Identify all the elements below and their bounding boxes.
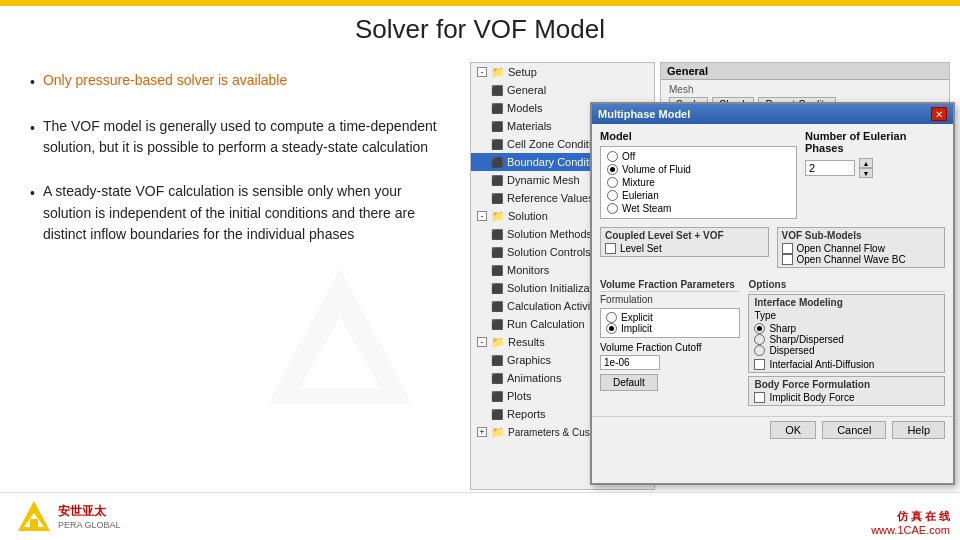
model-radio-group: Off Volume of Fluid Mixture Euleria (600, 146, 797, 219)
dialog-title: Multiphase Model (598, 108, 690, 120)
watermark-logo (260, 260, 420, 420)
tree-item-setup[interactable]: - 📁 Setup (471, 63, 654, 81)
radio-mixture[interactable]: Mixture (607, 177, 790, 188)
item-icon-run-calc: ⬛ (489, 316, 505, 332)
tree-label-sol-methods: Solution Methods (507, 228, 592, 240)
general-panel-title: General (661, 63, 949, 80)
implicit-body-force-label: Implicit Body Force (769, 392, 854, 403)
phases-input[interactable] (805, 160, 855, 176)
tree-label-run-calc: Run Calculation (507, 318, 585, 330)
tree-expander-parameters[interactable]: + (477, 427, 487, 437)
spin-up-button[interactable]: ▲ (859, 158, 873, 168)
vf-params-col: Volume Fraction Parameters Formulation E… (600, 279, 740, 410)
folder-icon-results: 📁 (490, 334, 506, 350)
ok-button[interactable]: OK (770, 421, 816, 439)
coupled-section-box: Coupled Level Set + VOF Level Set (600, 227, 769, 257)
phases-column: Number of Eulerian Phases ▲ ▼ (805, 130, 945, 219)
radio-label-wet-steam: Wet Steam (622, 203, 671, 214)
vf-cutoff-box: Volume Fraction Cutoff (600, 342, 740, 370)
logo-text-container: 安世亚太 PERA GLOBAL (58, 503, 121, 530)
radio-vof[interactable]: Volume of Fluid (607, 164, 790, 175)
svg-rect-4 (30, 519, 38, 527)
radio-label-mixture: Mixture (622, 177, 655, 188)
anti-diffusion-item[interactable]: Interfacial Anti-Diffusion (754, 359, 939, 370)
open-channel-wave-checkbox[interactable] (782, 254, 793, 265)
multiphase-dialog: Multiphase Model ✕ Model Off Volume of F… (590, 102, 955, 485)
tree-item-general[interactable]: ⬛ General (471, 81, 654, 99)
watermark-line2: www.1CAE.com (871, 524, 950, 536)
dialog-close-button[interactable]: ✕ (931, 107, 947, 121)
spin-down-button[interactable]: ▼ (859, 168, 873, 178)
tree-expander-results[interactable]: - (477, 337, 487, 347)
level-set-checkbox[interactable] (605, 243, 616, 254)
item-icon-sol-methods: ⬛ (489, 226, 505, 242)
radio-dot-vof (607, 164, 618, 175)
radio-label-implicit: Implicit (621, 323, 652, 334)
bullet-marker-2: • (30, 118, 35, 140)
folder-icon-solution: 📁 (490, 208, 506, 224)
item-icon-reports: ⬛ (489, 406, 505, 422)
model-column: Model Off Volume of Fluid Mixture (600, 130, 797, 219)
dialog-middle-row: Coupled Level Set + VOF Level Set VOF Su… (600, 227, 945, 271)
coupled-title: Coupled Level Set + VOF (605, 230, 764, 241)
phases-box: ▲ ▼ (805, 158, 945, 178)
body-force-box: Body Force Formulation Implicit Body For… (748, 376, 945, 406)
logo-sub: PERA GLOBAL (58, 520, 121, 530)
implicit-body-force-checkbox[interactable] (754, 392, 765, 403)
radio-label-dispersed: Dispersed (769, 345, 814, 356)
tree-label-ref-values: Reference Values (507, 192, 594, 204)
phases-col-label: Number of Eulerian Phases (805, 130, 945, 154)
bullet-text-3: A steady-state VOF calculation is sensib… (43, 181, 450, 246)
open-channel-wave-item[interactable]: Open Channel Wave BC (782, 254, 941, 265)
radio-sharp[interactable]: Sharp (754, 323, 939, 334)
dialog-lower-row: Volume Fraction Parameters Formulation E… (600, 279, 945, 410)
default-button[interactable]: Default (600, 374, 658, 391)
right-panel: - 📁 Setup ⬛ General ⬛ Models ⬛ Materials… (470, 62, 950, 490)
watermark-text-area: 仿 真 在 线 www.1CAE.com (871, 509, 950, 536)
radio-implicit[interactable]: Implicit (606, 323, 734, 334)
cancel-button[interactable]: Cancel (822, 421, 886, 439)
bullet-item-3: • A steady-state VOF calculation is sens… (30, 181, 450, 246)
radio-wet-steam[interactable]: Wet Steam (607, 203, 790, 214)
item-icon-monitors: ⬛ (489, 262, 505, 278)
coupled-level-set-col: Coupled Level Set + VOF Level Set (600, 227, 769, 271)
help-button[interactable]: Help (892, 421, 945, 439)
open-channel-flow-item[interactable]: Open Channel Flow (782, 243, 941, 254)
top-bar (0, 0, 960, 6)
logo-box: 安世亚太 PERA GLOBAL (16, 499, 121, 535)
item-icon-plots: ⬛ (489, 388, 505, 404)
tree-label-materials: Materials (507, 120, 552, 132)
tree-label-graphics: Graphics (507, 354, 551, 366)
radio-sharp-dispersed[interactable]: Sharp/Dispersed (754, 334, 939, 345)
item-icon-models: ⬛ (489, 100, 505, 116)
interface-modeling-box: Interface Modeling Type Sharp Sharp/Disp… (748, 294, 945, 373)
tree-label-general: General (507, 84, 546, 96)
tree-label-sol-controls: Solution Controls (507, 246, 591, 258)
anti-diffusion-checkbox[interactable] (754, 359, 765, 370)
open-channel-wave-label: Open Channel Wave BC (797, 254, 906, 265)
radio-label-sharp: Sharp (769, 323, 796, 334)
bullet-marker-1: • (30, 72, 35, 94)
radio-label-eulerian: Eulerian (622, 190, 659, 201)
implicit-body-force-item[interactable]: Implicit Body Force (754, 392, 939, 403)
dialog-content: Model Off Volume of Fluid Mixture (592, 124, 953, 416)
item-icon-sol-controls: ⬛ (489, 244, 505, 260)
radio-off[interactable]: Off (607, 151, 790, 162)
radio-label-vof: Volume of Fluid (622, 164, 691, 175)
tree-expander-setup[interactable]: - (477, 67, 487, 77)
vf-cutoff-input[interactable] (600, 355, 660, 370)
tree-expander-solution[interactable]: - (477, 211, 487, 221)
logo-svg (16, 499, 52, 535)
tree-label-solution: Solution (508, 210, 548, 222)
radio-explicit[interactable]: Explicit (606, 312, 734, 323)
tree-label-models: Models (507, 102, 542, 114)
open-channel-flow-checkbox[interactable] (782, 243, 793, 254)
radio-dispersed[interactable]: Dispersed (754, 345, 939, 356)
tree-label-plots: Plots (507, 390, 531, 402)
tree-label-results: Results (508, 336, 545, 348)
radio-eulerian[interactable]: Eulerian (607, 190, 790, 201)
item-icon-dynamic-mesh: ⬛ (489, 172, 505, 188)
open-channel-flow-label: Open Channel Flow (797, 243, 885, 254)
vof-submodels-title: VOF Sub-Models (782, 230, 941, 241)
level-set-checkbox-item[interactable]: Level Set (605, 243, 764, 254)
